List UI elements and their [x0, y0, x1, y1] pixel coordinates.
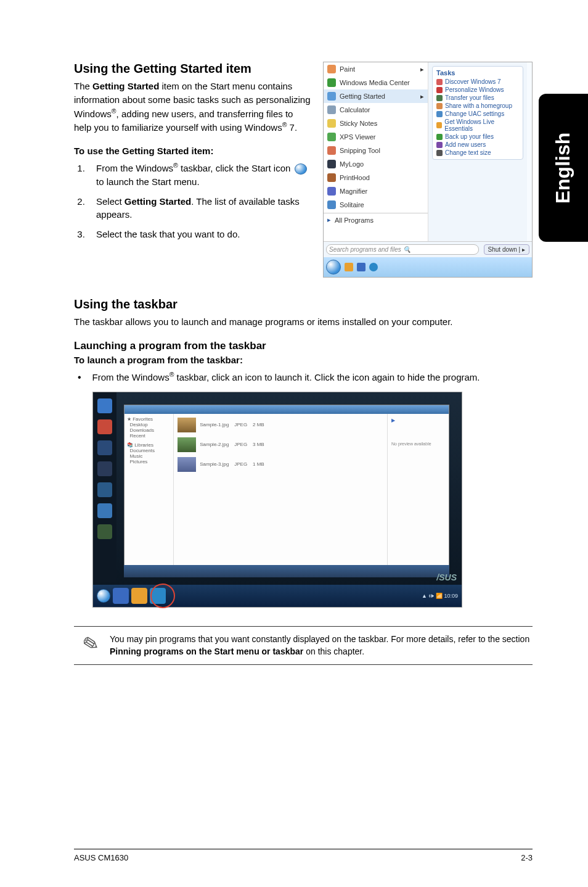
section-getting-started: Using the Getting Started item The Getti…: [74, 62, 533, 278]
xps-icon: [327, 133, 336, 141]
task-link: Add new users: [436, 141, 519, 149]
printhood-icon: [327, 173, 336, 182]
taskbar-intro: The taskbar allows you to launch and man…: [74, 315, 533, 329]
highlight-circle: [150, 584, 175, 608]
task-link: Transfer your files: [436, 94, 519, 102]
search-box[interactable]: Search programs and files 🔍: [326, 244, 479, 255]
getting-started-icon: [327, 92, 336, 101]
window-statusbar: [124, 565, 449, 577]
task-link: Discover Windows 7: [436, 78, 519, 86]
explorer-icon[interactable]: [345, 263, 353, 271]
bullet-icon: •: [78, 370, 81, 384]
solitaire-icon: [327, 200, 336, 209]
wmc-icon: [327, 78, 336, 87]
task-icon: [436, 79, 443, 85]
start-item: MyLogo: [324, 157, 428, 171]
desktop-screenshot: ★ Favorites Desktop Downloads Recent 📚 L…: [92, 392, 462, 608]
asus-logo: /SUS: [436, 572, 457, 582]
heading-getting-started: Using the Getting Started item: [74, 62, 311, 76]
task-icon: [436, 103, 443, 109]
subheading-to-launch: To launch a program from the taskbar:: [74, 355, 533, 365]
snipping-icon: [327, 146, 336, 155]
explorer-preview-pane: ▶ No preview available: [387, 414, 449, 571]
section-using-taskbar: Using the taskbar The taskbar allows you…: [74, 297, 533, 665]
start-item: Solitaire: [324, 198, 428, 212]
note-icon: ✎: [73, 630, 101, 660]
subheading-to-use: To use the Getting Started item:: [74, 146, 311, 156]
sticky-notes-icon: [327, 119, 336, 128]
tasks-title: Tasks: [436, 69, 519, 76]
all-programs: ▸All Programs: [324, 213, 428, 226]
note-text: You may pin programs that you want const…: [110, 633, 530, 658]
start-item: Windows Media Center: [324, 76, 428, 89]
start-item: PrintHood: [324, 171, 428, 184]
tasks-box: Tasks Discover Windows 7 Personalize Win…: [432, 66, 523, 160]
tasks-flyout: Tasks Discover Windows 7 Personalize Win…: [428, 62, 527, 241]
gadget-icon: [97, 524, 112, 539]
desktop-sidebar: [93, 392, 116, 582]
task-icon: [436, 122, 442, 128]
window-body: ★ Favorites Desktop Downloads Recent 📚 L…: [125, 414, 449, 571]
language-tab: English: [539, 94, 588, 242]
start-item-getting-started: Getting Started▸: [324, 89, 428, 103]
start-item: Calculator: [324, 103, 428, 117]
taskbar: ▲ 🕪 📶 10:09: [93, 585, 462, 607]
start-item: Snipping Tool: [324, 144, 428, 157]
step-2: Select Getting Started. The list of avai…: [88, 195, 311, 222]
step-1: From the Windows® taskbar, click the Sta…: [88, 161, 311, 189]
start-item: Magnifier: [324, 184, 428, 198]
magnifier-icon: [327, 187, 336, 196]
heading-using-taskbar: Using the taskbar: [74, 297, 533, 311]
file-thumbnail: [178, 437, 196, 452]
subheading-launching: Launching a program from the taskbar: [74, 340, 533, 352]
gadget-icon: [97, 419, 112, 434]
gadget-icon: [97, 461, 112, 476]
task-icon: [436, 134, 443, 140]
task-link: Share with a homegroup: [436, 102, 519, 110]
gadget-icon: [97, 440, 112, 455]
task-link: Back up your files: [436, 133, 519, 141]
task-link: Get Windows Live Essentials: [436, 118, 519, 133]
ie-icon[interactable]: [357, 263, 365, 271]
start-item: Sticky Notes: [324, 117, 428, 130]
gadget-icon: [97, 398, 112, 413]
task-link: Change text size: [436, 149, 519, 157]
intro-paragraph: The Getting Started item on the Start me…: [74, 80, 311, 134]
page-content: Using the Getting Started item The Getti…: [0, 0, 588, 690]
explorer-taskbar-icon[interactable]: [131, 588, 147, 604]
start-orb-icon[interactable]: [97, 589, 110, 603]
explorer-nav-pane: ★ Favorites Desktop Downloads Recent 📚 L…: [125, 414, 174, 571]
task-icon: [436, 95, 443, 101]
task-icon: [436, 142, 443, 148]
task-link: Change UAC settings: [436, 110, 519, 118]
steps-list: From the Windows® taskbar, click the Sta…: [88, 161, 311, 241]
ie-taskbar-icon[interactable]: [113, 588, 129, 604]
footer-left: ASUS CM1630: [74, 853, 128, 862]
gadget-icon: [97, 503, 112, 518]
bullet-item: • From the Windows® taskbar, click an ic…: [78, 370, 533, 384]
page-footer: ASUS CM1630 2-3: [74, 849, 533, 862]
task-icon: [436, 111, 443, 117]
shutdown-button[interactable]: Shut down | ▸: [484, 244, 529, 255]
calculator-icon: [327, 105, 336, 114]
wmp-icon[interactable]: [369, 263, 378, 271]
task-link: Personalize Windows: [436, 86, 519, 94]
task-icon: [436, 150, 443, 156]
start-menu-bottom: Search programs and files 🔍 Shut down | …: [324, 241, 532, 257]
taskbar-strip: [324, 257, 532, 277]
explorer-window: ★ Favorites Desktop Downloads Recent 📚 L…: [124, 405, 449, 571]
start-item: Paint▸: [324, 62, 428, 76]
paint-icon: [327, 65, 336, 73]
mylogo-icon: [327, 160, 336, 168]
explorer-file-list: Sample-1.jpg JPEG 2 MB Sample-2.jpg JPEG…: [174, 414, 387, 571]
start-orb-icon[interactable]: [326, 260, 341, 274]
start-orb-icon: [295, 163, 307, 175]
footer-right: 2-3: [521, 853, 533, 862]
step-3: Select the task that you want to do.: [88, 228, 311, 241]
window-titlebar: [125, 405, 449, 414]
language-label: English: [552, 132, 575, 204]
start-menu-screenshot: Paint▸ Windows Media Center Getting Star…: [323, 62, 533, 278]
file-thumbnail: [178, 418, 196, 432]
note-box: ✎ You may pin programs that you want con…: [74, 626, 533, 665]
file-thumbnail: [178, 457, 196, 472]
